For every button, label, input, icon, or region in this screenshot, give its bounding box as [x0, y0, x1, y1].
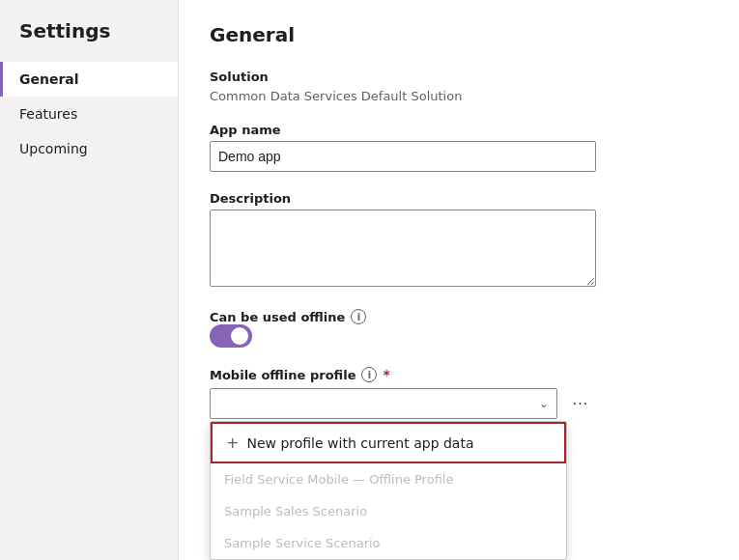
description-input[interactable] — [210, 210, 596, 287]
existing-profile-1[interactable]: Field Service Mobile — Offline Profile — [211, 463, 566, 495]
mobile-profile-info-icon: i — [361, 367, 377, 382]
plus-icon: + — [226, 434, 239, 452]
toggle-thumb — [231, 327, 248, 345]
page-title: General — [210, 23, 708, 46]
offline-toggle[interactable] — [210, 324, 252, 348]
solution-field: Solution Common Data Services Default So… — [210, 70, 708, 103]
solution-label: Solution — [210, 70, 708, 84]
sidebar: Settings General Features Upcoming — [0, 0, 179, 560]
offline-field: Can be used offline i — [210, 309, 708, 348]
description-label: Description — [210, 191, 708, 206]
profile-field-wrapper: ⌄ + New profile with current app data Fi… — [210, 388, 708, 419]
main-content: General Solution Common Data Services De… — [179, 0, 739, 560]
new-profile-label: New profile with current app data — [246, 435, 473, 451]
description-field: Description — [210, 191, 708, 290]
sidebar-item-upcoming[interactable]: Upcoming — [0, 131, 178, 166]
mobile-profile-dropdown[interactable]: ⌄ — [210, 388, 557, 419]
sidebar-item-features[interactable]: Features — [0, 97, 178, 131]
app-name-input[interactable] — [210, 141, 596, 172]
mobile-profile-label: Mobile offline profile i * — [210, 367, 708, 382]
existing-profile-2[interactable]: Sample Sales Scenario — [211, 495, 566, 527]
more-options-button[interactable]: ··· — [565, 388, 596, 419]
sidebar-item-general[interactable]: General — [0, 62, 178, 97]
sidebar-title: Settings — [0, 19, 178, 62]
required-star: * — [383, 367, 389, 382]
mobile-profile-field: Mobile offline profile i * ⌄ + New profi… — [210, 367, 708, 419]
dropdown-menu: + New profile with current app data Fiel… — [210, 421, 567, 560]
solution-value: Common Data Services Default Solution — [210, 89, 462, 103]
mobile-profile-dropdown-container: ⌄ + New profile with current app data Fi… — [210, 388, 557, 419]
existing-profile-3[interactable]: Sample Service Scenario — [211, 527, 566, 559]
app-name-field: App name — [210, 123, 708, 172]
chevron-down-icon: ⌄ — [539, 397, 549, 410]
app-name-label: App name — [210, 123, 708, 137]
offline-label: Can be used offline i — [210, 309, 708, 324]
toggle-track — [210, 324, 252, 348]
offline-info-icon: i — [351, 309, 366, 324]
new-profile-option[interactable]: + New profile with current app data — [211, 422, 566, 463]
